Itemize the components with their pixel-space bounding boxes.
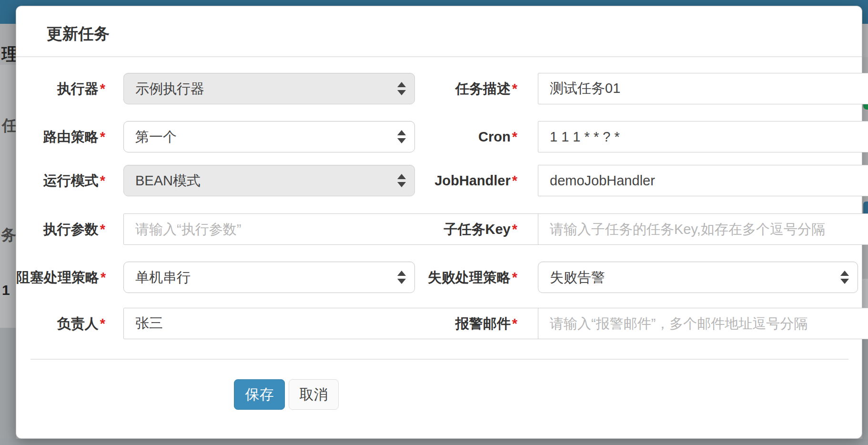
select-arrows-icon <box>840 271 849 284</box>
form-row-1: 执行器* 示例执行器 任务描述* <box>16 73 862 104</box>
jobhandler-label: JobHandler* <box>373 165 517 196</box>
required-asterisk: * <box>512 173 517 188</box>
alarm-email-label: 报警邮件* <box>373 308 517 339</box>
route-strategy-label: 路由策略* <box>16 121 105 152</box>
form-row-6: 负责人* 报警邮件* <box>16 308 862 339</box>
required-asterisk: * <box>512 81 517 96</box>
cron-input[interactable] <box>538 121 868 152</box>
modal-footer-buttons: 保存 取消 <box>234 379 339 410</box>
cron-label: Cron* <box>373 121 517 152</box>
modal-title: 更新任务 <box>47 23 110 45</box>
job-desc-input[interactable] <box>538 73 868 104</box>
modal-footer-divider <box>30 359 848 360</box>
block-strategy-select-value: 单机串行 <box>135 262 414 293</box>
fail-strategy-select-value: 失败告警 <box>550 262 858 293</box>
background-strip <box>862 24 868 57</box>
required-asterisk: * <box>512 129 517 144</box>
background-text-fragment: 1 <box>2 282 10 298</box>
background-strip <box>0 328 16 445</box>
route-strategy-select-value: 第一个 <box>135 121 414 152</box>
glue-type-label: 运行模式* <box>16 165 105 196</box>
jobhandler-input[interactable] <box>538 165 868 196</box>
form-row-2: 路由策略* 第一个 Cron* <box>16 121 862 152</box>
alarm-email-input[interactable] <box>538 308 868 339</box>
required-asterisk: * <box>512 222 517 237</box>
required-asterisk: * <box>512 270 517 285</box>
update-task-modal: 更新任务 执行器* 示例执行器 任务描述* 路由策略* 第一个 Cron* 运 <box>16 6 862 439</box>
executor-select-value: 示例执行器 <box>135 73 414 104</box>
required-asterisk: * <box>100 81 105 96</box>
glue-type-select[interactable]: BEAN模式 <box>123 165 415 196</box>
glue-type-select-value: BEAN模式 <box>135 165 414 196</box>
child-jobkey-label: 子任务Key* <box>373 213 517 245</box>
block-strategy-label: 阻塞处理策略* <box>16 262 105 293</box>
background-strip <box>862 279 868 310</box>
required-asterisk: * <box>101 270 106 285</box>
fail-strategy-label: 失败处理策略* <box>373 262 517 293</box>
child-jobkey-input[interactable] <box>538 213 868 245</box>
background-text-fragment: 务 <box>1 225 16 246</box>
form-row-3: 运行模式* BEAN模式 JobHandler* <box>16 165 862 196</box>
form-row-5: 阻塞处理策略* 单机串行 失败处理策略* 失败告警 <box>16 262 862 293</box>
job-desc-label: 任务描述* <box>373 73 517 104</box>
background-strip <box>0 439 868 445</box>
route-strategy-select[interactable]: 第一个 <box>123 121 415 152</box>
executor-label: 执行器* <box>16 73 105 104</box>
modal-header-divider <box>16 56 862 57</box>
save-button[interactable]: 保存 <box>234 379 285 410</box>
required-asterisk: * <box>512 316 517 331</box>
required-asterisk: * <box>100 129 105 144</box>
form-row-4: 执行参数* 子任务Key* <box>16 213 862 245</box>
required-asterisk: * <box>100 173 105 188</box>
required-asterisk: * <box>100 316 105 331</box>
cancel-button[interactable]: 取消 <box>289 379 339 410</box>
executor-select[interactable]: 示例执行器 <box>123 73 415 104</box>
exec-param-label: 执行参数* <box>16 213 105 245</box>
block-strategy-select[interactable]: 单机串行 <box>123 262 415 293</box>
fail-strategy-select[interactable]: 失败告警 <box>538 262 858 293</box>
owner-label: 负责人* <box>16 308 105 339</box>
required-asterisk: * <box>100 222 105 237</box>
background-text-fragment: 任 <box>2 115 17 136</box>
